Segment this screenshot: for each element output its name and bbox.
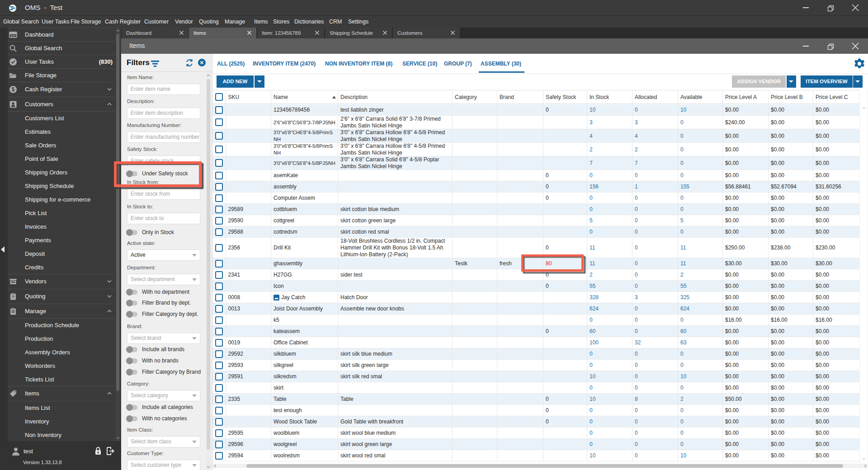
svg-text:$: $ [12, 86, 15, 93]
svg-text:?: ? [12, 294, 14, 299]
